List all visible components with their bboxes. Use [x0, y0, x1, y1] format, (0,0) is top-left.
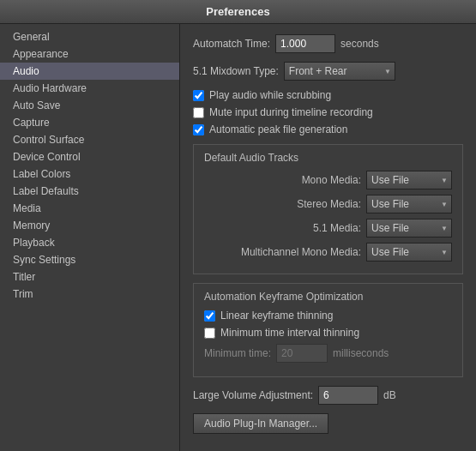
mixdown-select[interactable]: Front + RearFrontRearFront + Rear + LFE	[284, 62, 395, 81]
kf-checkbox-row-0: Linear keyframe thinning	[204, 310, 452, 322]
sidebar-item-control-surface[interactable]: Control Surface	[0, 131, 179, 148]
large-volume-input[interactable]	[318, 386, 378, 405]
min-time-row: Minimum time:milliseconds	[204, 344, 452, 363]
sidebar-item-auto-save[interactable]: Auto Save	[0, 97, 179, 114]
sidebar-item-playback[interactable]: Playback	[0, 234, 179, 251]
checkbox-label-1: Mute input during timeline recording	[209, 106, 373, 118]
track-select-wrapper-3: Use FileMonoStereo5.1	[366, 243, 452, 262]
checkboxes-group: Play audio while scrubbingMute input dur…	[193, 89, 463, 135]
checkbox-2[interactable]	[193, 124, 204, 135]
mixdown-row: 5.1 Mixdown Type: Front + RearFrontRearF…	[193, 62, 463, 81]
kf-checkbox-label-0: Linear keyframe thinning	[220, 310, 333, 322]
kf-checkbox-label-1: Minimum time interval thinning	[220, 327, 359, 339]
checkbox-0[interactable]	[193, 90, 204, 101]
track-row-3: Multichannel Mono Media:Use FileMonoSter…	[204, 243, 452, 262]
track-select-2[interactable]: Use FileMonoStereo5.1	[366, 219, 452, 238]
title-text: Preferences	[206, 5, 269, 18]
keyframe-optimization-section: Automation Keyframe Optimization Linear …	[193, 283, 463, 377]
sidebar-item-label-defaults[interactable]: Label Defaults	[0, 183, 179, 200]
sidebar-item-appearance[interactable]: Appearance	[0, 45, 179, 63]
track-select-wrapper-1: Use FileMonoStereo5.1	[366, 195, 452, 213]
sidebar-item-capture[interactable]: Capture	[0, 114, 179, 131]
sidebar-item-memory[interactable]: Memory	[0, 217, 179, 234]
sidebar-item-trim[interactable]: Trim	[0, 286, 179, 303]
automatch-input[interactable]	[275, 34, 335, 53]
track-row-1: Stereo Media:Use FileMonoStereo5.1	[204, 195, 452, 213]
keyframe-optimization-title: Automation Keyframe Optimization	[204, 291, 452, 303]
checkbox-label-2: Automatic peak file generation	[209, 123, 347, 135]
checkbox-row-2: Automatic peak file generation	[193, 123, 463, 135]
kf-checkbox-1[interactable]	[204, 328, 215, 339]
sidebar-item-general[interactable]: General	[0, 28, 179, 45]
sidebar-item-titler[interactable]: Titler	[0, 268, 179, 286]
sidebar-item-audio[interactable]: Audio	[0, 63, 179, 80]
checkbox-label-0: Play audio while scrubbing	[209, 89, 331, 101]
mixdown-select-wrapper: Front + RearFrontRearFront + Rear + LFE	[284, 62, 395, 81]
sidebar-item-label-colors[interactable]: Label Colors	[0, 165, 179, 183]
kf-checkbox-row-1: Minimum time interval thinning	[204, 327, 452, 339]
track-select-1[interactable]: Use FileMonoStereo5.1	[366, 195, 452, 213]
large-volume-row: Large Volume Adjustment: dB	[193, 386, 463, 405]
sidebar-item-device-control[interactable]: Device Control	[0, 148, 179, 165]
kf-checkbox-0[interactable]	[204, 310, 215, 322]
sidebar-item-audio-hardware[interactable]: Audio Hardware	[0, 80, 179, 97]
plugin-button-row: Audio Plug-In Manager...	[193, 413, 463, 434]
large-volume-unit: dB	[383, 389, 396, 401]
mixdown-label: 5.1 Mixdown Type:	[193, 65, 279, 77]
track-label-2: 5.1 Media:	[313, 222, 361, 234]
track-row-2: 5.1 Media:Use FileMonoStereo5.1	[204, 219, 452, 238]
min-time-label: Minimum time:	[204, 347, 271, 359]
plugin-manager-button[interactable]: Audio Plug-In Manager...	[193, 413, 328, 434]
default-audio-tracks-section: Default Audio Tracks Mono Media:Use File…	[193, 144, 463, 274]
track-label-3: Multichannel Mono Media:	[241, 246, 361, 258]
track-select-3[interactable]: Use FileMonoStereo5.1	[366, 243, 452, 262]
checkbox-row-0: Play audio while scrubbing	[193, 89, 463, 101]
sidebar-item-sync-settings[interactable]: Sync Settings	[0, 251, 179, 268]
default-audio-tracks-title: Default Audio Tracks	[204, 152, 452, 164]
track-select-wrapper-0: Use FileMonoStereo5.1	[366, 171, 452, 189]
track-row-0: Mono Media:Use FileMonoStereo5.1	[204, 171, 452, 189]
min-time-unit: milliseconds	[333, 347, 389, 359]
min-time-input	[276, 344, 328, 363]
sidebar-item-media[interactable]: Media	[0, 200, 179, 217]
sidebar: GeneralAppearanceAudioAudio HardwareAuto…	[0, 24, 180, 451]
track-label-1: Stereo Media:	[297, 198, 361, 210]
track-select-0[interactable]: Use FileMonoStereo5.1	[366, 171, 452, 189]
main-container: GeneralAppearanceAudioAudio HardwareAuto…	[0, 24, 476, 451]
automatch-label: Automatch Time:	[193, 38, 270, 50]
automatch-unit: seconds	[340, 38, 379, 50]
large-volume-label: Large Volume Adjustment:	[193, 389, 313, 401]
checkbox-row-1: Mute input during timeline recording	[193, 106, 463, 118]
title-bar: Preferences	[0, 0, 476, 24]
content-area: Automatch Time: seconds 5.1 Mixdown Type…	[180, 24, 476, 451]
checkbox-1[interactable]	[193, 107, 204, 118]
track-label-0: Mono Media:	[302, 174, 361, 186]
track-select-wrapper-2: Use FileMonoStereo5.1	[366, 219, 452, 238]
automatch-row: Automatch Time: seconds	[193, 34, 463, 53]
